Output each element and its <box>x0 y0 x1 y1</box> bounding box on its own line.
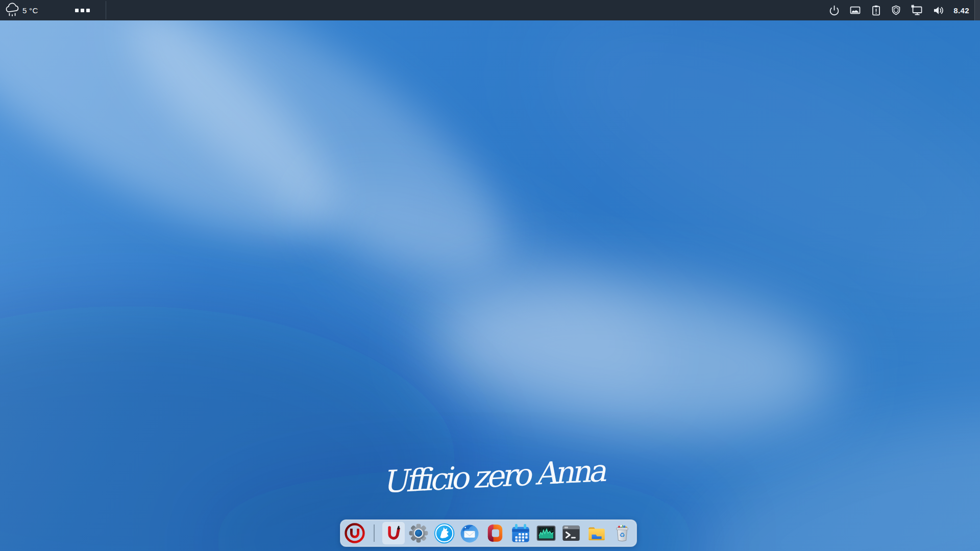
top-panel: 5 °C <box>0 0 980 20</box>
dock-item-calendar[interactable] <box>509 522 532 544</box>
dock-separator <box>369 522 379 544</box>
svg-text:♻: ♻ <box>620 531 625 539</box>
calendar-icon <box>510 522 531 544</box>
dock-item-system-monitor[interactable] <box>535 522 557 544</box>
more-dots-icon[interactable] <box>73 6 92 15</box>
power-icon[interactable] <box>828 0 840 20</box>
show-desktop-strip[interactable] <box>974 0 980 20</box>
panel-separator <box>106 1 106 19</box>
librewolf-icon <box>433 522 455 544</box>
dock: ♻ <box>340 519 637 547</box>
file-manager-icon <box>586 522 607 544</box>
trash-icon: ♻ <box>612 522 632 544</box>
shield-icon[interactable] <box>890 0 902 20</box>
system-tray <box>828 0 945 20</box>
dock-item-file-manager[interactable] <box>585 522 608 544</box>
network-icon[interactable] <box>910 0 924 20</box>
dock-item-ufficio-zero-menu[interactable] <box>344 522 366 544</box>
weather-widget[interactable]: 5 °C <box>0 0 43 20</box>
gear-icon <box>408 522 429 544</box>
wallpaper-waves <box>0 0 980 551</box>
dock-item-settings[interactable] <box>408 522 430 544</box>
system-monitor-icon <box>535 522 557 544</box>
dock-item-thunderbird-mail[interactable] <box>458 522 481 544</box>
ufficio-zero-logo-icon <box>344 522 365 544</box>
weather-temperature: 5 °C <box>22 6 38 15</box>
dock-item-librewolf-browser[interactable] <box>433 522 455 544</box>
dock-item-ufficio-zero-welcome[interactable] <box>382 522 405 544</box>
red-u-pen-icon <box>384 523 403 543</box>
clock[interactable]: 8.42 <box>953 6 969 15</box>
wallpaper-icon[interactable] <box>848 0 862 20</box>
volume-icon[interactable] <box>932 0 945 20</box>
rain-cloud-icon <box>4 2 20 19</box>
terminal-icon <box>560 522 582 544</box>
thunderbird-icon <box>459 522 480 544</box>
dock-item-office-suite[interactable] <box>484 522 506 544</box>
desktop-wallpaper <box>0 0 980 551</box>
dock-item-trash[interactable]: ♻ <box>611 522 633 544</box>
clipboard-alert-icon[interactable] <box>870 0 882 20</box>
office-icon <box>485 523 505 543</box>
dock-item-terminal[interactable] <box>560 522 583 544</box>
